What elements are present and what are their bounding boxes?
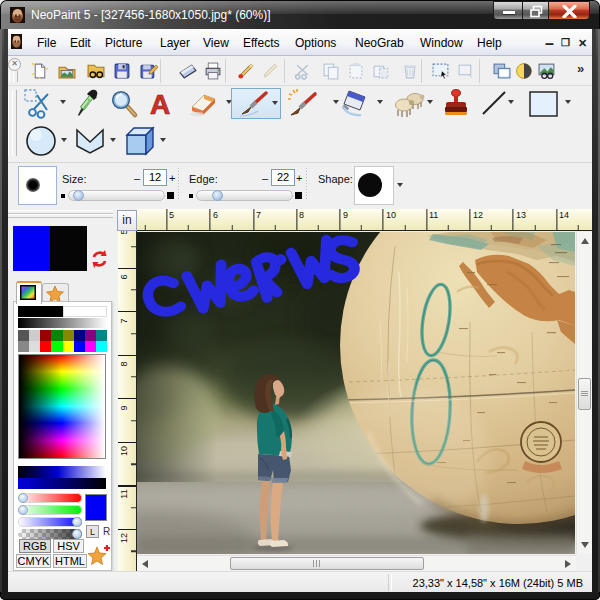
svg-text:A: A <box>150 89 170 119</box>
